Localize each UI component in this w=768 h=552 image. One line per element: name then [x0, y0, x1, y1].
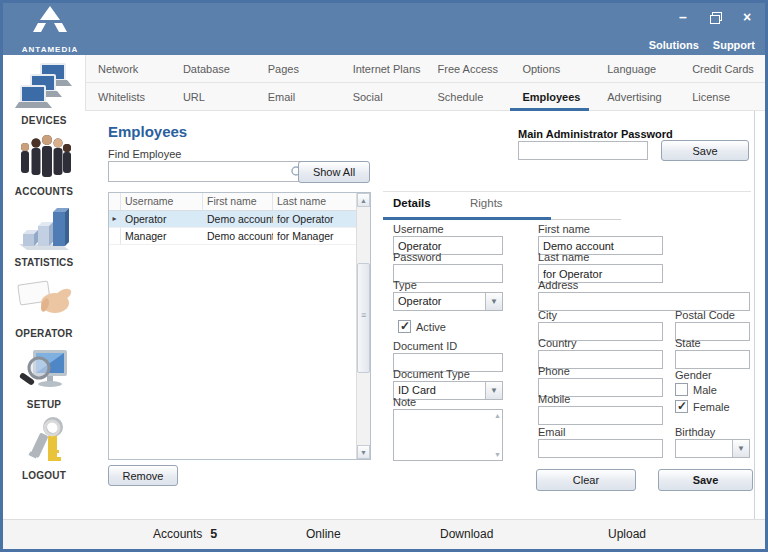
email-label: Email	[538, 426, 566, 438]
tab-social[interactable]: Social	[341, 83, 426, 110]
accounts-count: 5	[210, 527, 217, 541]
cell-last-name: for Operator	[273, 211, 347, 227]
tab-whitelists[interactable]: Whitelists	[86, 83, 171, 110]
column-header-last-name[interactable]: Last name	[273, 193, 347, 210]
panel-divider	[754, 111, 755, 519]
sidebar-item-statistics[interactable]: STATISTICS	[3, 203, 85, 268]
tab-credit-cards[interactable]: Credit Cards	[680, 55, 765, 82]
sidebar-item-accounts[interactable]: ACCOUNTS	[3, 132, 85, 197]
city-label: City	[538, 309, 557, 321]
first-name-label: First name	[538, 223, 590, 235]
tab-database[interactable]: Database	[171, 55, 256, 82]
antamedia-logo-icon	[24, 6, 76, 40]
document-type-select-value: ID Card	[398, 384, 436, 396]
statistics-icon	[15, 203, 73, 255]
devices-icon	[15, 61, 73, 113]
tab-rights[interactable]: Rights	[470, 197, 503, 209]
admin-password-input[interactable]	[518, 141, 648, 160]
note-label: Note	[393, 396, 416, 408]
chevron-down-icon[interactable]: ▼	[485, 382, 502, 399]
address-label: Address	[538, 279, 578, 291]
scroll-thumb[interactable]	[357, 263, 370, 373]
antamedia-logo: ANTAMEDIA	[15, 6, 85, 54]
phone-label: Phone	[538, 365, 570, 377]
brand-text: ANTAMEDIA	[15, 45, 85, 54]
birthday-label: Birthday	[675, 426, 715, 438]
table-row[interactable]: Manager Demo account for Manager	[109, 228, 370, 245]
support-link[interactable]: Support	[713, 39, 755, 51]
row-selector-header	[109, 193, 121, 210]
active-tab-underline	[383, 217, 551, 220]
sidebar: DEVICES ACCOUNTS	[3, 55, 85, 519]
tab-pages[interactable]: Pages	[256, 55, 341, 82]
titlebar: ANTAMEDIA – × Solutions Support	[3, 3, 765, 55]
tab-url[interactable]: URL	[171, 83, 256, 110]
tab-language[interactable]: Language	[595, 55, 680, 82]
chevron-down-icon[interactable]: ▼	[485, 293, 502, 310]
tab-options[interactable]: Options	[510, 55, 595, 82]
chevron-down-icon[interactable]: ▼	[732, 440, 749, 457]
statusbar: Accounts5 Online Download Upload	[3, 519, 765, 549]
mobile-label: Mobile	[538, 393, 570, 405]
show-all-button[interactable]: Show All	[298, 161, 370, 183]
email-field[interactable]	[538, 439, 663, 458]
male-label: Male	[693, 384, 717, 396]
female-label: Female	[693, 401, 730, 413]
top-tabstrip: Network Database Pages Internet Plans Fr…	[85, 55, 765, 111]
note-textarea[interactable]: ▲ ▼	[393, 409, 503, 461]
tab-employees[interactable]: Employees	[510, 83, 595, 110]
birthday-select[interactable]: ▼	[675, 439, 750, 458]
find-employee-input[interactable]	[109, 162, 287, 181]
operator-icon	[15, 274, 73, 326]
tab-schedule[interactable]: Schedule	[426, 83, 511, 110]
type-label: Type	[393, 279, 417, 291]
cell-username: Manager	[121, 228, 203, 244]
gender-label: Gender	[675, 369, 712, 381]
scroll-up-icon[interactable]: ▲	[357, 193, 370, 207]
tabrow-2: Whitelists URL Email Social Schedule Emp…	[86, 83, 765, 111]
tab-license[interactable]: License	[680, 83, 765, 110]
clear-button[interactable]: Clear	[536, 469, 636, 491]
remove-button[interactable]: Remove	[108, 465, 178, 486]
restore-icon[interactable]	[707, 9, 723, 25]
state-field[interactable]	[675, 350, 750, 369]
accounts-label: Accounts	[153, 527, 202, 541]
column-header-username[interactable]: Username	[121, 193, 203, 210]
male-checkbox[interactable]	[675, 383, 688, 396]
sidebar-item-logout[interactable]: LOGOUT	[3, 416, 85, 481]
close-icon[interactable]: ×	[739, 9, 755, 25]
row-selector	[109, 228, 121, 244]
tab-underline	[551, 219, 621, 220]
state-label: State	[675, 337, 701, 349]
sidebar-item-devices[interactable]: DEVICES	[3, 61, 85, 126]
cell-first-name: Demo account	[203, 228, 273, 244]
tab-advertising[interactable]: Advertising	[595, 83, 680, 110]
type-select-value: Operator	[398, 295, 441, 307]
tab-email[interactable]: Email	[256, 83, 341, 110]
column-header-first-name[interactable]: First name	[203, 193, 273, 210]
mobile-field[interactable]	[538, 406, 663, 425]
scroll-down-icon: ▼	[494, 451, 501, 458]
female-checkbox[interactable]	[675, 400, 688, 413]
admin-save-button[interactable]: Save	[661, 140, 749, 161]
password-label: Password	[393, 251, 441, 263]
type-select[interactable]: Operator ▼	[393, 292, 503, 311]
document-id-label: Document ID	[393, 340, 457, 352]
scroll-down-icon[interactable]: ▼	[357, 445, 370, 459]
sidebar-item-setup[interactable]: SETUP	[3, 345, 85, 410]
minimize-icon[interactable]: –	[675, 9, 691, 25]
list-scrollbar[interactable]: ▲ ▼	[356, 193, 370, 459]
sidebar-item-operator[interactable]: OPERATOR	[3, 274, 85, 339]
active-checkbox[interactable]	[398, 320, 411, 333]
accounts-icon	[15, 132, 73, 184]
tab-free-access[interactable]: Free Access	[426, 55, 511, 82]
admin-password-label: Main Administrator Password	[518, 128, 673, 140]
tab-internet-plans[interactable]: Internet Plans	[341, 55, 426, 82]
tab-network[interactable]: Network	[86, 55, 171, 82]
save-button[interactable]: Save	[658, 469, 753, 491]
solutions-link[interactable]: Solutions	[649, 39, 699, 51]
table-row[interactable]: ▸ Operator Demo account for Operator	[109, 211, 370, 228]
sidebar-item-label: DEVICES	[21, 115, 66, 126]
tab-details[interactable]: Details	[393, 197, 431, 209]
sidebar-item-label: ACCOUNTS	[15, 186, 73, 197]
